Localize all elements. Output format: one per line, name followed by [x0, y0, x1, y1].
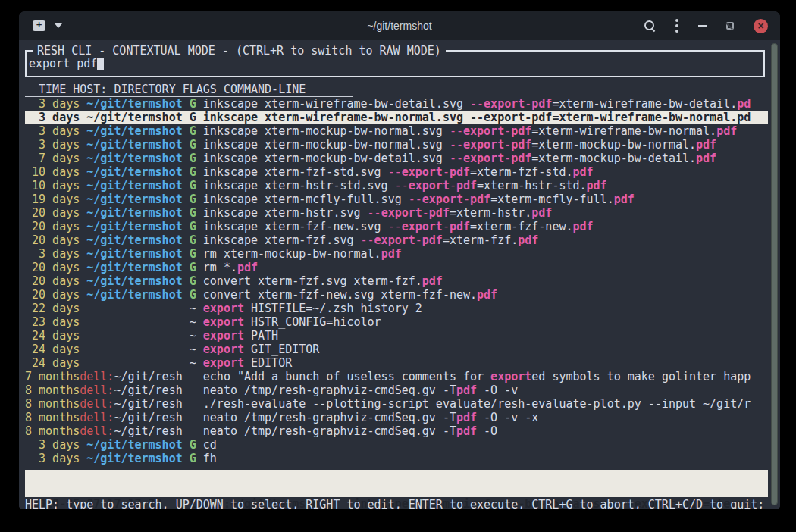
menu-kebab-icon[interactable]: [675, 19, 678, 33]
table-header: TIME HOST: DIRECTORY FLAGS COMMAND-LINE: [25, 83, 353, 97]
history-row[interactable]: 3 days ~/git/termshot G cd: [25, 438, 768, 452]
history-list: 3 days ~/git/termshot G inkscape xterm-w…: [25, 97, 768, 465]
titlebar: + ~/git/termshot ×: [19, 11, 780, 40]
history-row[interactable]: 3 days ~/git/termshot G fh: [25, 452, 768, 465]
history-row[interactable]: 3 days ~/git/termshot G rm xterm-mockup-…: [25, 247, 768, 261]
history-row[interactable]: 10 days ~/git/termshot G inkscape xterm-…: [25, 179, 768, 192]
prompt-box-title: RESH CLI - CONTEXTUAL MODE - (CTRL+R to …: [33, 44, 446, 58]
history-row[interactable]: 3 days ~/git/termshot G inkscape xterm-m…: [25, 124, 768, 138]
history-row[interactable]: 8 monthsdell:~/git/resh neato /tmp/resh-…: [25, 424, 768, 438]
search-input-box[interactable]: RESH CLI - CONTEXTUAL MODE - (CTRL+R to …: [25, 50, 765, 77]
history-row[interactable]: 22 days ~ export HISTFILE=~/.zsh_history…: [25, 302, 768, 315]
selected-entry-detail-bar: 2020-05-07 17:17:28 tower:~/git/termshot…: [25, 470, 768, 497]
history-row[interactable]: 23 days ~ export HSTR_CONFIG=hicolor: [25, 315, 768, 329]
terminal-content: RESH CLI - CONTEXTUAL MODE - (CTRL+R to …: [19, 40, 780, 509]
history-row[interactable]: 7 monthsdell:~/git/resh echo "Add a bunc…: [25, 370, 768, 383]
history-row[interactable]: 20 days ~/git/termshot G inkscape xterm-…: [25, 220, 768, 233]
search-query-text: export pdf: [29, 57, 97, 70]
close-icon[interactable]: ×: [754, 19, 768, 33]
history-row[interactable]: 20 days ~/git/termshot G convert xterm-f…: [25, 288, 768, 302]
history-row[interactable]: 8 monthsdell:~/git/resh neato /tmp/resh-…: [25, 383, 768, 397]
history-row[interactable]: 8 monthsdell:~/git/resh neato /tmp/resh-…: [25, 411, 768, 424]
history-row[interactable]: 10 days ~/git/termshot G inkscape xterm-…: [25, 165, 768, 179]
history-row[interactable]: 24 days ~ export PATH: [25, 329, 768, 343]
scrollbar-thumb[interactable]: [771, 43, 778, 505]
history-row[interactable]: 24 days ~ export EDITOR: [25, 356, 768, 370]
history-row[interactable]: 3 days ~/git/termshot G inkscape xterm-w…: [25, 97, 768, 111]
chevron-down-icon[interactable]: [55, 23, 62, 28]
history-row[interactable]: 24 days ~ export GIT_EDITOR: [25, 343, 768, 356]
history-row[interactable]: 20 days ~/git/termshot G inkscape xterm-…: [25, 233, 768, 247]
history-row[interactable]: 7 days ~/git/termshot G inkscape xterm-m…: [25, 152, 768, 165]
search-icon[interactable]: [644, 20, 656, 32]
terminal-window: + ~/git/termshot × RESH CLI - CONTEXTUAL…: [19, 11, 780, 509]
new-tab-icon[interactable]: +: [33, 20, 45, 31]
help-line: HELP: type to search, UP/DOWN to select,…: [25, 498, 768, 509]
minimize-icon[interactable]: [698, 25, 707, 27]
history-row[interactable]: 20 days ~/git/termshot G rm *.pdf: [25, 261, 768, 274]
history-row[interactable]: 8 monthsdell:~/git/resh ./resh-evaluate …: [25, 397, 768, 411]
history-row-selected[interactable]: 3 days ~/git/termshot G inkscape xterm-w…: [25, 111, 768, 124]
restore-window-icon[interactable]: [726, 22, 734, 30]
text-cursor: [97, 58, 104, 70]
history-row[interactable]: 19 days ~/git/termshot G inkscape xterm-…: [25, 192, 768, 206]
history-row[interactable]: 20 days ~/git/termshot G convert xterm-f…: [25, 274, 768, 288]
history-row[interactable]: 20 days ~/git/termshot G inkscape xterm-…: [25, 206, 768, 220]
history-row[interactable]: 3 days ~/git/termshot G inkscape xterm-m…: [25, 138, 768, 152]
